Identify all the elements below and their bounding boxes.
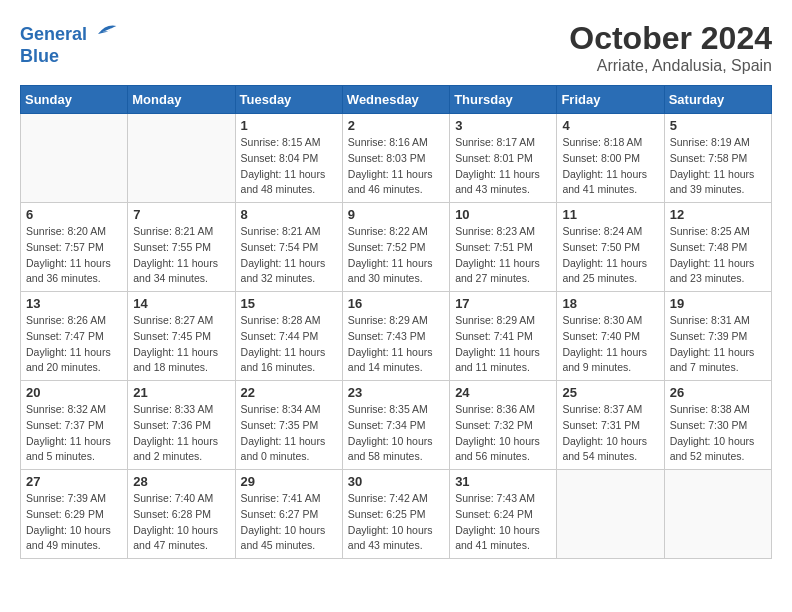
weekday-header-saturday: Saturday <box>664 86 771 114</box>
week-row-2: 6Sunrise: 8:20 AM Sunset: 7:57 PM Daylig… <box>21 203 772 292</box>
logo-bird-icon <box>94 20 118 40</box>
day-detail: Sunrise: 8:34 AM Sunset: 7:35 PM Dayligh… <box>241 402 337 465</box>
day-cell-24: 24Sunrise: 8:36 AM Sunset: 7:32 PM Dayli… <box>450 381 557 470</box>
weekday-header-sunday: Sunday <box>21 86 128 114</box>
weekday-header-wednesday: Wednesday <box>342 86 449 114</box>
logo: General Blue <box>20 20 118 67</box>
day-detail: Sunrise: 7:39 AM Sunset: 6:29 PM Dayligh… <box>26 491 122 554</box>
day-cell-30: 30Sunrise: 7:42 AM Sunset: 6:25 PM Dayli… <box>342 470 449 559</box>
day-detail: Sunrise: 8:37 AM Sunset: 7:31 PM Dayligh… <box>562 402 658 465</box>
empty-cell <box>557 470 664 559</box>
day-cell-5: 5Sunrise: 8:19 AM Sunset: 7:58 PM Daylig… <box>664 114 771 203</box>
day-cell-4: 4Sunrise: 8:18 AM Sunset: 8:00 PM Daylig… <box>557 114 664 203</box>
day-cell-28: 28Sunrise: 7:40 AM Sunset: 6:28 PM Dayli… <box>128 470 235 559</box>
logo-blue: Blue <box>20 46 59 66</box>
day-cell-16: 16Sunrise: 8:29 AM Sunset: 7:43 PM Dayli… <box>342 292 449 381</box>
day-detail: Sunrise: 8:16 AM Sunset: 8:03 PM Dayligh… <box>348 135 444 198</box>
day-number: 6 <box>26 207 122 222</box>
weekday-header-monday: Monday <box>128 86 235 114</box>
day-number: 28 <box>133 474 229 489</box>
day-number: 26 <box>670 385 766 400</box>
day-cell-26: 26Sunrise: 8:38 AM Sunset: 7:30 PM Dayli… <box>664 381 771 470</box>
day-detail: Sunrise: 8:29 AM Sunset: 7:41 PM Dayligh… <box>455 313 551 376</box>
day-number: 7 <box>133 207 229 222</box>
day-number: 13 <box>26 296 122 311</box>
day-detail: Sunrise: 8:38 AM Sunset: 7:30 PM Dayligh… <box>670 402 766 465</box>
day-number: 16 <box>348 296 444 311</box>
page-header: General Blue October 2024 Arriate, Andal… <box>20 20 772 75</box>
day-cell-8: 8Sunrise: 8:21 AM Sunset: 7:54 PM Daylig… <box>235 203 342 292</box>
week-row-4: 20Sunrise: 8:32 AM Sunset: 7:37 PM Dayli… <box>21 381 772 470</box>
day-detail: Sunrise: 8:17 AM Sunset: 8:01 PM Dayligh… <box>455 135 551 198</box>
day-number: 30 <box>348 474 444 489</box>
day-detail: Sunrise: 8:18 AM Sunset: 8:00 PM Dayligh… <box>562 135 658 198</box>
day-number: 1 <box>241 118 337 133</box>
day-number: 24 <box>455 385 551 400</box>
day-detail: Sunrise: 8:24 AM Sunset: 7:50 PM Dayligh… <box>562 224 658 287</box>
title-block: October 2024 Arriate, Andalusia, Spain <box>569 20 772 75</box>
day-detail: Sunrise: 8:31 AM Sunset: 7:39 PM Dayligh… <box>670 313 766 376</box>
day-number: 19 <box>670 296 766 311</box>
day-detail: Sunrise: 8:22 AM Sunset: 7:52 PM Dayligh… <box>348 224 444 287</box>
day-detail: Sunrise: 8:27 AM Sunset: 7:45 PM Dayligh… <box>133 313 229 376</box>
day-cell-27: 27Sunrise: 7:39 AM Sunset: 6:29 PM Dayli… <box>21 470 128 559</box>
logo-general: General <box>20 24 87 44</box>
day-cell-25: 25Sunrise: 8:37 AM Sunset: 7:31 PM Dayli… <box>557 381 664 470</box>
day-detail: Sunrise: 8:23 AM Sunset: 7:51 PM Dayligh… <box>455 224 551 287</box>
day-detail: Sunrise: 8:35 AM Sunset: 7:34 PM Dayligh… <box>348 402 444 465</box>
day-cell-2: 2Sunrise: 8:16 AM Sunset: 8:03 PM Daylig… <box>342 114 449 203</box>
day-number: 22 <box>241 385 337 400</box>
location: Arriate, Andalusia, Spain <box>569 57 772 75</box>
week-row-5: 27Sunrise: 7:39 AM Sunset: 6:29 PM Dayli… <box>21 470 772 559</box>
day-number: 14 <box>133 296 229 311</box>
day-number: 4 <box>562 118 658 133</box>
empty-cell <box>128 114 235 203</box>
day-number: 5 <box>670 118 766 133</box>
day-detail: Sunrise: 8:26 AM Sunset: 7:47 PM Dayligh… <box>26 313 122 376</box>
day-cell-29: 29Sunrise: 7:41 AM Sunset: 6:27 PM Dayli… <box>235 470 342 559</box>
day-detail: Sunrise: 8:30 AM Sunset: 7:40 PM Dayligh… <box>562 313 658 376</box>
day-number: 9 <box>348 207 444 222</box>
calendar-table: SundayMondayTuesdayWednesdayThursdayFrid… <box>20 85 772 559</box>
day-detail: Sunrise: 8:32 AM Sunset: 7:37 PM Dayligh… <box>26 402 122 465</box>
weekday-header-thursday: Thursday <box>450 86 557 114</box>
day-cell-15: 15Sunrise: 8:28 AM Sunset: 7:44 PM Dayli… <box>235 292 342 381</box>
day-detail: Sunrise: 8:29 AM Sunset: 7:43 PM Dayligh… <box>348 313 444 376</box>
day-cell-12: 12Sunrise: 8:25 AM Sunset: 7:48 PM Dayli… <box>664 203 771 292</box>
day-cell-9: 9Sunrise: 8:22 AM Sunset: 7:52 PM Daylig… <box>342 203 449 292</box>
day-cell-20: 20Sunrise: 8:32 AM Sunset: 7:37 PM Dayli… <box>21 381 128 470</box>
day-number: 8 <box>241 207 337 222</box>
day-cell-1: 1Sunrise: 8:15 AM Sunset: 8:04 PM Daylig… <box>235 114 342 203</box>
week-row-3: 13Sunrise: 8:26 AM Sunset: 7:47 PM Dayli… <box>21 292 772 381</box>
day-number: 23 <box>348 385 444 400</box>
day-detail: Sunrise: 8:21 AM Sunset: 7:55 PM Dayligh… <box>133 224 229 287</box>
day-number: 2 <box>348 118 444 133</box>
day-detail: Sunrise: 8:36 AM Sunset: 7:32 PM Dayligh… <box>455 402 551 465</box>
day-cell-7: 7Sunrise: 8:21 AM Sunset: 7:55 PM Daylig… <box>128 203 235 292</box>
day-cell-22: 22Sunrise: 8:34 AM Sunset: 7:35 PM Dayli… <box>235 381 342 470</box>
day-cell-14: 14Sunrise: 8:27 AM Sunset: 7:45 PM Dayli… <box>128 292 235 381</box>
day-detail: Sunrise: 8:28 AM Sunset: 7:44 PM Dayligh… <box>241 313 337 376</box>
day-detail: Sunrise: 8:20 AM Sunset: 7:57 PM Dayligh… <box>26 224 122 287</box>
day-cell-17: 17Sunrise: 8:29 AM Sunset: 7:41 PM Dayli… <box>450 292 557 381</box>
day-number: 20 <box>26 385 122 400</box>
day-detail: Sunrise: 7:41 AM Sunset: 6:27 PM Dayligh… <box>241 491 337 554</box>
day-number: 17 <box>455 296 551 311</box>
day-number: 21 <box>133 385 229 400</box>
day-cell-6: 6Sunrise: 8:20 AM Sunset: 7:57 PM Daylig… <box>21 203 128 292</box>
day-cell-3: 3Sunrise: 8:17 AM Sunset: 8:01 PM Daylig… <box>450 114 557 203</box>
week-row-1: 1Sunrise: 8:15 AM Sunset: 8:04 PM Daylig… <box>21 114 772 203</box>
day-cell-10: 10Sunrise: 8:23 AM Sunset: 7:51 PM Dayli… <box>450 203 557 292</box>
day-number: 12 <box>670 207 766 222</box>
day-cell-13: 13Sunrise: 8:26 AM Sunset: 7:47 PM Dayli… <box>21 292 128 381</box>
day-cell-21: 21Sunrise: 8:33 AM Sunset: 7:36 PM Dayli… <box>128 381 235 470</box>
day-number: 10 <box>455 207 551 222</box>
weekday-header-friday: Friday <box>557 86 664 114</box>
day-cell-11: 11Sunrise: 8:24 AM Sunset: 7:50 PM Dayli… <box>557 203 664 292</box>
day-detail: Sunrise: 8:15 AM Sunset: 8:04 PM Dayligh… <box>241 135 337 198</box>
day-number: 11 <box>562 207 658 222</box>
day-detail: Sunrise: 7:42 AM Sunset: 6:25 PM Dayligh… <box>348 491 444 554</box>
day-detail: Sunrise: 7:40 AM Sunset: 6:28 PM Dayligh… <box>133 491 229 554</box>
day-detail: Sunrise: 8:21 AM Sunset: 7:54 PM Dayligh… <box>241 224 337 287</box>
day-detail: Sunrise: 8:25 AM Sunset: 7:48 PM Dayligh… <box>670 224 766 287</box>
